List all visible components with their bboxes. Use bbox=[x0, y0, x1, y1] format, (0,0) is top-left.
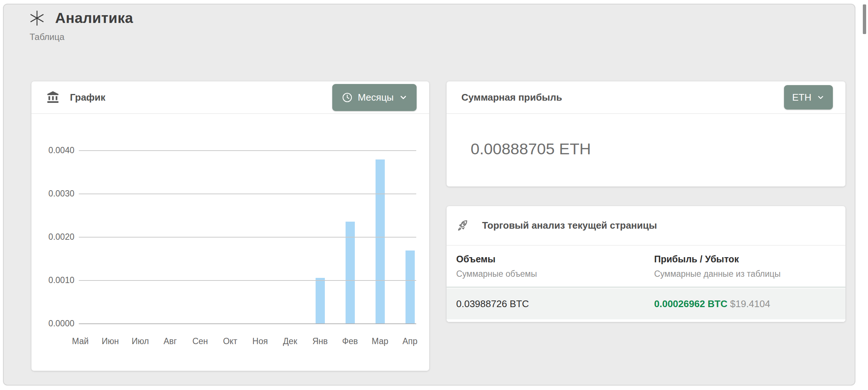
total-profit-title: Суммарная прибыль bbox=[461, 92, 562, 103]
scrollbar-thumb[interactable] bbox=[863, 4, 866, 34]
card-bottom-edge bbox=[447, 319, 845, 322]
x-axis-tick-label: Дек bbox=[273, 336, 307, 346]
x-axis-tick-label: Окт bbox=[213, 336, 247, 346]
y-axis-tick-label: 0.0030 bbox=[31, 189, 74, 199]
period-dropdown-label: Месяцы bbox=[358, 92, 394, 103]
gridline bbox=[79, 280, 416, 281]
x-axis-tick-label: Июл bbox=[124, 336, 157, 346]
y-axis-tick-label: 0.0020 bbox=[31, 232, 74, 242]
bank-icon bbox=[46, 91, 60, 104]
bar-chart: 0.00000.00100.00200.00300.0040МайИюнИюлА… bbox=[31, 114, 429, 370]
rocket-icon bbox=[456, 219, 470, 232]
chart-card: График Месяцы 0.00000.00100.00200.00300.… bbox=[31, 81, 429, 371]
trading-analysis-title: Торговый анализ текущей страницы bbox=[482, 220, 657, 231]
x-axis-tick-label: Июн bbox=[94, 336, 127, 346]
x-axis-tick-label: Фев bbox=[333, 336, 367, 346]
chevron-down-icon bbox=[817, 93, 825, 101]
analysis-data-row: 0.03988726 BTC 0.00026962 BTC $19.4104 bbox=[447, 288, 845, 319]
clock-icon bbox=[342, 92, 353, 103]
profit-usd-value: $19.4104 bbox=[730, 298, 770, 309]
gridline bbox=[79, 194, 416, 194]
x-axis-tick-label: Апр bbox=[393, 336, 427, 346]
volumes-column-subheader: Суммарные объемы bbox=[456, 269, 537, 279]
gridline bbox=[79, 237, 416, 238]
x-axis-tick-label: Сен bbox=[184, 336, 217, 346]
period-dropdown[interactable]: Месяцы bbox=[332, 84, 417, 111]
analysis-column-headers: Объемы Суммарные объемы Прибыль / Убыток… bbox=[447, 246, 845, 288]
gridline bbox=[79, 323, 416, 324]
chevron-down-icon bbox=[399, 93, 408, 102]
profit-btc-value: 0.00026962 BTC bbox=[654, 298, 727, 309]
y-axis-tick-label: 0.0000 bbox=[31, 319, 74, 329]
profit-loss-column-subheader: Суммарные данные из таблицы bbox=[654, 269, 781, 279]
y-axis-tick-label: 0.0010 bbox=[31, 275, 74, 285]
currency-dropdown[interactable]: ETH bbox=[784, 85, 833, 110]
x-axis-tick-label: Янв bbox=[303, 336, 337, 346]
y-axis-tick-label: 0.0040 bbox=[31, 145, 74, 155]
page-header: Аналитика Таблица bbox=[28, 10, 133, 42]
x-axis-tick-label: Авг bbox=[154, 336, 187, 346]
x-axis-tick-label: Ноя bbox=[243, 336, 277, 346]
trading-analysis-card: Торговый анализ текущей страницы Объемы … bbox=[447, 206, 845, 322]
gridline bbox=[79, 150, 416, 151]
chart-bar-Апр bbox=[406, 251, 415, 323]
currency-dropdown-label: ETH bbox=[792, 92, 811, 103]
x-axis-tick-label: Май bbox=[64, 336, 97, 346]
asterisk-icon bbox=[28, 10, 46, 27]
profit-loss-column-header: Прибыль / Убыток bbox=[654, 254, 781, 265]
page-subtitle: Таблица bbox=[30, 32, 133, 42]
total-volume-value: 0.03988726 BTC bbox=[456, 298, 529, 310]
chart-bar-Мар bbox=[376, 159, 385, 323]
volumes-column-header: Объемы bbox=[456, 254, 537, 265]
app-panel: Аналитика Таблица График Месяцы bbox=[3, 4, 855, 386]
chart-bar-Янв bbox=[316, 278, 325, 323]
total-profit-card: Суммарная прибыль ETH 0.00888705 ETH bbox=[447, 81, 845, 186]
x-axis-tick-label: Мар bbox=[363, 336, 397, 346]
total-profit-value: 0.00888705 ETH bbox=[471, 140, 591, 158]
page-title: Аналитика bbox=[55, 10, 133, 26]
chart-card-title: График bbox=[70, 92, 105, 103]
